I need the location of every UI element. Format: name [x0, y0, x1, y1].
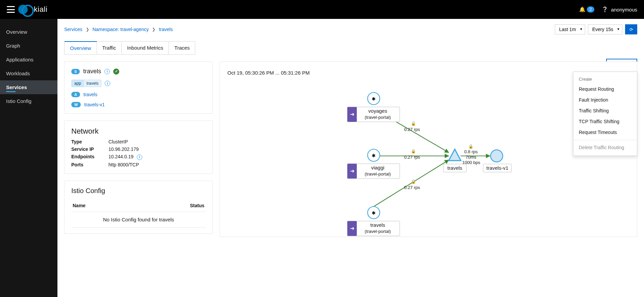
- brand-bar: kiali 🔔 2 ❔ anonymous: [0, 0, 644, 19]
- refresh-button[interactable]: ⟳: [625, 24, 637, 34]
- tab-traces[interactable]: Traces: [169, 42, 195, 54]
- action-request-timeouts[interactable]: Request Timeouts: [573, 127, 637, 138]
- info-icon[interactable]: i: [104, 69, 110, 74]
- breadcrumb-services[interactable]: Services: [64, 27, 82, 32]
- sidebar-item-workloads[interactable]: Workloads: [0, 66, 57, 80]
- refresh-interval-select[interactable]: Every 15s: [588, 24, 622, 34]
- notifications-button[interactable]: 🔔 2: [579, 6, 595, 12]
- traffic-graph[interactable]: 🔒 0.27 rps 🔒 0.27 rps 🔒 0.27 rps 🔒 0.8 r…: [227, 82, 630, 237]
- svg-text:➜: ➜: [350, 168, 354, 174]
- help-icon: ❔: [602, 6, 608, 12]
- network-ports-value: http 8000/TCP: [108, 162, 206, 167]
- network-ip-value: 10.96.202.179: [108, 146, 206, 152]
- action-tcp-traffic-shifting[interactable]: TCP Traffic Shifting: [573, 116, 637, 127]
- svg-text:travels-v1: travels-v1: [486, 165, 508, 171]
- brand-logo[interactable]: kiali: [22, 5, 47, 14]
- action-fault-injection[interactable]: Fault Injection: [573, 94, 637, 105]
- svg-text:viaggi: viaggi: [371, 165, 384, 170]
- health-ok-icon: [113, 69, 119, 75]
- service-summary-panel: S travels i app travels i A t: [64, 61, 213, 114]
- graph-node-pod-travels-v1[interactable]: travels-v1: [483, 150, 512, 172]
- istio-config-panel: Istio Config Name Status No Istio Config…: [64, 181, 213, 234]
- sidebar-item-applications[interactable]: Applications: [0, 53, 57, 66]
- edge-rate-svc-pod-2: 70ms: [466, 155, 476, 160]
- info-icon[interactable]: i: [105, 81, 110, 86]
- workload-badge: W: [71, 102, 81, 107]
- network-title: Network: [71, 127, 206, 136]
- bell-icon: 🔔: [579, 6, 586, 12]
- tab-bar: Overview Traffic Inbound Metrics Traces: [64, 41, 195, 55]
- svg-text:(travel-portal): (travel-portal): [365, 171, 391, 177]
- time-range-select[interactable]: Last 1m: [555, 24, 585, 34]
- istio-col-name: Name: [71, 199, 135, 212]
- svg-text:(travel-portal): (travel-portal): [365, 229, 391, 234]
- lock-icon: 🔒: [411, 121, 416, 126]
- istio-config-title: Istio Config: [71, 187, 206, 195]
- actions-section-label: Create: [573, 75, 637, 84]
- network-endpoints-value: 10.244.0.19 i: [108, 154, 206, 160]
- action-traffic-shifting[interactable]: Traffic Shifting: [573, 105, 637, 116]
- svg-text:✱: ✱: [372, 210, 376, 216]
- sidebar-item-istio-config[interactable]: Istio Config: [0, 94, 57, 108]
- action-request-routing[interactable]: Request Routing: [573, 84, 637, 94]
- refresh-icon: ⟳: [629, 27, 633, 32]
- svg-text:✱: ✱: [372, 96, 376, 102]
- network-endpoints-label: Endpoints: [71, 154, 108, 160]
- lock-icon: 🔒: [468, 144, 473, 149]
- actions-menu: Create Request Routing Fault Injection T…: [573, 72, 637, 156]
- svg-marker-21: [449, 149, 461, 161]
- network-panel: Network Type ClusterIP Service IP 10.96.…: [64, 120, 213, 174]
- brand-name: kiali: [34, 5, 47, 14]
- action-delete-traffic-routing: Delete Traffic Routing: [573, 142, 637, 153]
- graph-node-travels-portal[interactable]: ✱ ➜ travels (travel-portal): [347, 207, 400, 236]
- edge-rate-voyages: 0.27 rps: [404, 127, 420, 132]
- sidebar-item-graph[interactable]: Graph: [0, 39, 57, 53]
- label-chip: app travels: [71, 80, 101, 87]
- svg-text:travels: travels: [447, 165, 462, 171]
- breadcrumb: Services ❯ Namespace: travel-agency ❯ tr…: [64, 27, 173, 32]
- edge-rate-travelsp: 0.27 rps: [404, 185, 420, 190]
- app-link[interactable]: travels: [83, 92, 97, 97]
- svg-text:travels: travels: [370, 222, 385, 228]
- svg-text:➜: ➜: [350, 111, 354, 117]
- service-name: travels: [83, 68, 101, 75]
- svg-text:✱: ✱: [372, 153, 376, 158]
- network-type-value: ClusterIP: [108, 139, 206, 144]
- sidebar-nav: Overview Graph Applications Workloads Se…: [0, 19, 57, 297]
- chevron-right-icon: ❯: [86, 27, 89, 32]
- svg-point-24: [491, 150, 503, 162]
- network-ip-label: Service IP: [71, 146, 108, 152]
- lock-icon: 🔒: [411, 148, 416, 154]
- app-badge: A: [71, 92, 80, 97]
- istio-col-status: Status: [135, 199, 206, 212]
- workload-link[interactable]: travels-v1: [84, 102, 105, 107]
- sidebar-item-overview[interactable]: Overview: [0, 25, 57, 39]
- graph-node-voyages[interactable]: ✱ ➜ voyages (travel-portal): [347, 92, 400, 122]
- istio-empty-message: No Istio Config found for travels: [71, 212, 206, 227]
- graph-time-range: Oct 19, 05:30:26 PM ... 05:31:26 PM: [227, 68, 630, 82]
- kiali-logo-icon: [22, 5, 31, 14]
- edge-rate-svc-pod-1: 0.8 rps: [464, 149, 478, 154]
- sidebar-item-services[interactable]: Services: [0, 80, 57, 94]
- info-icon[interactable]: i: [137, 155, 142, 160]
- time-toolbar: Last 1m Every 15s ⟳: [555, 24, 637, 34]
- graph-node-viaggi[interactable]: ✱ ➜ viaggi (travel-portal): [347, 149, 400, 179]
- content-area: Services ❯ Namespace: travel-agency ❯ tr…: [57, 19, 644, 297]
- edge-rate-viaggi: 0.27 rps: [404, 155, 420, 160]
- notification-count: 2: [587, 6, 595, 12]
- chevron-right-icon: ❯: [152, 27, 155, 32]
- breadcrumb-namespace[interactable]: Namespace: travel-agency: [93, 27, 149, 32]
- tab-inbound-metrics[interactable]: Inbound Metrics: [122, 42, 169, 54]
- username: anonymous: [611, 7, 637, 12]
- lock-icon: 🔒: [411, 179, 416, 184]
- network-type-label: Type: [71, 139, 108, 144]
- service-badge: S: [71, 69, 80, 74]
- svg-text:(travel-portal): (travel-portal): [365, 115, 391, 120]
- menu-toggle-icon[interactable]: [7, 6, 15, 13]
- breadcrumb-current: travels: [159, 27, 173, 32]
- tab-traffic[interactable]: Traffic: [97, 42, 122, 54]
- network-ports-label: Ports: [71, 162, 108, 167]
- svg-text:➜: ➜: [350, 225, 354, 231]
- user-menu[interactable]: ❔ anonymous: [602, 6, 637, 12]
- tab-overview[interactable]: Overview: [65, 41, 97, 54]
